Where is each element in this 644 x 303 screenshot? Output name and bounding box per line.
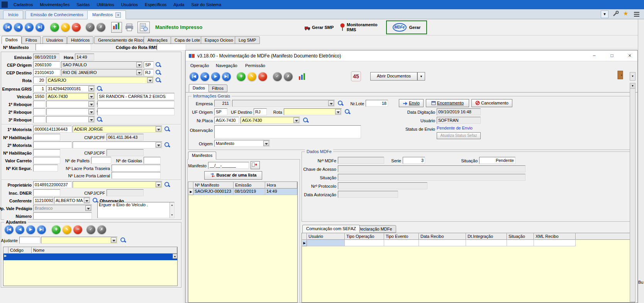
veiculo-combo[interactable]: AGX-7430 [46,93,95,100]
codigo-rota-rms-input[interactable] [157,44,186,50]
cancel-button[interactable]: ✗ [97,23,105,32]
motorista1-combo[interactable]: ADEIR JORGE [73,126,162,133]
cidade-destino-combo[interactable]: RIO DE JANEIRO [61,69,143,76]
chevron-down-icon[interactable] [335,109,341,114]
memo-scrollbar[interactable]: ▲▼ [169,202,174,218]
hamburger-menu-icon[interactable] [633,11,640,17]
manifesto-mask-input[interactable]: __/__-______ [208,162,249,169]
menu-utilitarios[interactable]: Utilitários [93,0,117,9]
monitoramento-rms-button[interactable]: Monitoramento RMS [347,22,382,32]
cep-origem-input[interactable]: 2060100 [33,61,60,68]
menu-usuarios[interactable]: Usuários [118,0,141,9]
empresa-gris-cod-input[interactable]: 1 [33,85,46,92]
search-icon[interactable] [155,61,161,68]
tab-dados[interactable]: Dados [2,36,22,44]
motorista2-cod-input[interactable] [33,141,72,148]
tab-declaracao-mdfe[interactable]: Declaração MDFe [354,225,396,233]
cidade-origem-combo[interactable]: SAO PAULO [61,61,143,68]
insc-dner-input[interactable] [33,189,60,196]
gerar-smp-button[interactable]: Gerar SMP [312,25,334,30]
mdfe-confirm-button[interactable]: ✓ [273,72,282,81]
placa-combo[interactable]: AGX-7430 [241,117,300,124]
mdfe-last-button[interactable]: ▶| [222,72,231,81]
chevron-down-icon[interactable] [111,237,117,243]
menu-movimentacoes[interactable]: Movimentações [36,0,73,9]
maximize-button[interactable]: □ [606,52,618,60]
rota-cod-input[interactable]: 20 [33,77,46,84]
ajudante-last-button[interactable]: ▶| [37,225,46,234]
search-icon[interactable] [164,126,170,132]
exit-door-icon[interactable] [617,71,624,81]
mdfe-tab-dados[interactable]: Dados [189,84,209,92]
chevron-down-icon[interactable] [88,86,94,91]
chart-report-button[interactable] [111,22,122,33]
mdfe-first-button[interactable]: |◀ [190,72,198,81]
buscar-lista-button[interactable]: Buscar de uma lista [204,171,262,180]
tab-alteracoes[interactable]: Alterações [144,36,171,44]
nr-placa-input[interactable]: AGX-7430 [214,117,239,124]
habilitacao2-input[interactable] [33,149,60,156]
cell-situacao[interactable] [507,240,534,246]
proprietario-combo[interactable] [73,181,162,188]
cep-destino-input[interactable]: 21010410 [33,69,60,76]
edit-record-button[interactable]: ✎ [61,23,70,32]
chevron-down-icon[interactable] [293,118,299,123]
ajudante-add-button[interactable]: + [52,225,61,234]
tab-espaco-ocioso[interactable]: Espaço Ocioso [201,36,237,44]
cell-dt-integracao[interactable] [466,240,507,246]
ajudante-combo[interactable] [41,237,117,244]
tab-log-smp[interactable]: Log SMP [235,36,260,44]
uf-destino-input[interactable]: RJ [254,108,267,115]
chevron-down-icon[interactable] [263,141,269,146]
search-icon[interactable] [344,108,351,115]
veiculo-cod-input[interactable]: 1550 [33,93,46,100]
uf-origem-input[interactable]: SP [214,108,227,115]
tools-icon[interactable] [612,11,619,18]
motorista1-cod-input[interactable]: 00006141136443 [33,126,72,133]
proprietario-cod-input[interactable]: 01489122000237 [33,181,72,188]
chevron-down-icon[interactable] [88,94,94,99]
table-row-selected[interactable]: ▶ [3,254,177,260]
reboque1-combo[interactable] [46,101,95,108]
ajudante-delete-button[interactable]: − [73,225,82,234]
no-manifesto-input[interactable] [36,44,91,50]
ajudante-confirm-button[interactable]: ✓ [86,225,95,234]
tab-comunicacao-sefaz[interactable]: Comunicação com SEFAZ [302,225,360,233]
menu-especificos[interactable]: Específicos [141,0,170,9]
mdfe-chart-icon[interactable] [298,73,306,81]
reboque2-cod-input[interactable] [33,108,46,115]
collapse-panel-button[interactable]: ▾ [601,10,608,18]
scroll-up-icon[interactable]: ▼ [630,83,635,89]
mdfe-delete-button[interactable]: − [258,72,267,81]
cell-xml-recibo[interactable] [534,240,576,246]
prev-record-button[interactable]: ◀ [14,23,23,32]
ajudante-prev-button[interactable]: ◀ [15,225,24,234]
manifesto-send-button[interactable] [251,161,260,169]
menu-saidas[interactable]: Saídas [73,0,93,9]
atualiza-status-sefaz-button[interactable]: Atualiza Status Sefaz [437,132,481,139]
mdfe-edit-button[interactable]: ✎ [247,72,256,81]
add-record-button[interactable]: + [50,23,59,32]
minimize-button[interactable]: – [588,52,600,60]
search-icon[interactable] [155,69,161,76]
observacao-memo[interactable] [214,125,361,138]
delete-record-button[interactable]: − [72,23,81,32]
reboque3-cod-input[interactable] [33,116,46,123]
print-preview-button[interactable] [137,22,150,33]
tab-historicos[interactable]: Históricos [67,36,93,44]
reboque1-cod-input[interactable] [33,101,46,108]
ajudante-cancel-button[interactable]: ✗ [97,225,106,234]
pallets-input[interactable] [91,157,111,164]
chevron-down-icon[interactable] [84,198,90,203]
ajudante-cod-input[interactable] [19,237,40,244]
encerramento-button[interactable]: Encerramento [426,99,469,107]
envio-button[interactable]: Envio [399,99,424,107]
ajudante-edit-button[interactable]: ✎ [63,225,71,234]
lacre-lateral-input[interactable] [112,172,161,179]
menu-cadastros[interactable]: Cadastros [10,0,36,9]
tab-gerenciamento-risco[interactable]: Gerenciamento de Risco [94,36,149,44]
rota-combo[interactable]: CAS/RJO [46,77,154,84]
menu-permissao[interactable]: Permissão [242,61,268,70]
lacre-traseira-input[interactable] [112,165,161,172]
tab-filtros[interactable]: Filtros [22,36,41,44]
